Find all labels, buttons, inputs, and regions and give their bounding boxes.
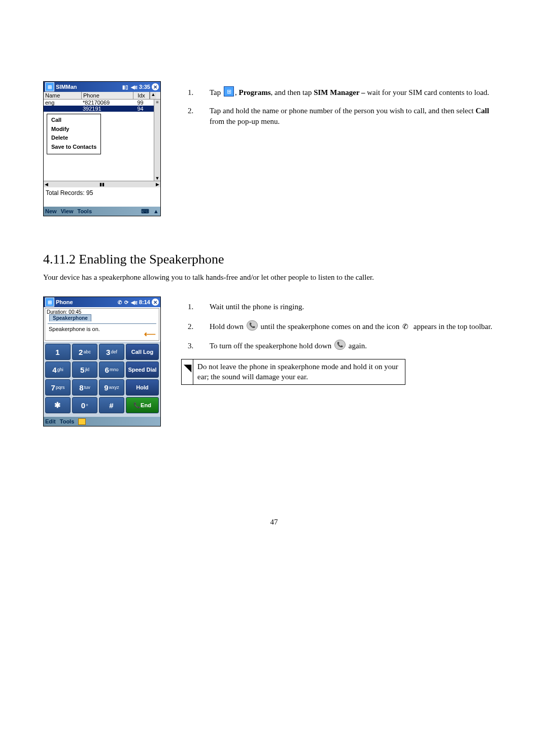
simman-steps: Tap ⊞, Programs, and then tap SIM Manage… (181, 86, 505, 126)
scrollbar-horiz: ◀▮▮▶ (44, 181, 160, 187)
section-intro: Your device has a speakerphone allowing … (43, 272, 505, 282)
phone-info-panel: Duration: 00:45 Speakerphone Speakerphon… (45, 308, 159, 341)
key-2: 2abc (72, 344, 97, 360)
keyboard-icon: ⌨ (141, 208, 149, 215)
menu-item-modify: Modify (51, 125, 96, 134)
sync-icon: ⟳ (124, 300, 128, 305)
scroll-left-icon: ◀ (45, 182, 48, 187)
speakerphone-tab: Speakerphone (49, 314, 91, 321)
key-1: 1 (45, 344, 71, 360)
warning-box: ◥ Do not leave the phone in speakerphone… (181, 359, 405, 385)
col-phone: Phone (82, 92, 133, 99)
menu-tools: Tools (78, 208, 92, 214)
speakerphone-icon: ✆ (118, 300, 122, 305)
menu-edit: Edit (45, 418, 56, 424)
hold-button: Hold (126, 379, 159, 396)
simman-titlebar: ⊞ SIMMan ▮▯ ◀ᴇ 3:35 ✕ (44, 82, 160, 92)
col-idx: Idx (133, 92, 150, 99)
menu-view: View (61, 208, 74, 214)
col-name: Name (44, 92, 82, 99)
phone-title: Phone (56, 299, 115, 305)
menu-item-save: Save to Contacts (51, 143, 96, 152)
status-records: Total Records: 95 (44, 187, 160, 207)
speaker-icon: ◀ᴇ (131, 300, 138, 305)
menu-tools: Tools (60, 418, 75, 424)
key-8: 8tuv (72, 379, 97, 396)
step-1: Wait until the phone is ringing. (195, 302, 505, 312)
key-6: 6mno (99, 361, 124, 378)
talk-button-icon: 📞 (247, 320, 258, 331)
step-2: Tap and hold the name or phone number of… (195, 106, 505, 126)
speakerphone-steps: Wait until the phone is ringing. Hold do… (181, 302, 505, 351)
key-5: 5jkl (72, 361, 97, 378)
key-0: 0+ (72, 397, 97, 413)
up-icon: ▲ (153, 208, 159, 214)
table-row: eng *82170069 99 (44, 100, 154, 106)
warning-icon: ◥ (182, 359, 193, 384)
call-log-button: Call Log (126, 344, 159, 360)
clock: 8:14 (139, 299, 150, 305)
table-row-selected: 392191 94 (44, 106, 154, 112)
section-heading: 4.11.2 Enabling the Speakerphone (43, 252, 505, 267)
dialpad: 1 2abc 3def Call Log 4ghi 5jkl 6mno Spee… (44, 342, 160, 417)
menu-new: New (45, 208, 57, 214)
talk-button-icon: 📞 (334, 340, 346, 350)
key-9: 9wxyz (99, 379, 124, 396)
start-flag-icon: ⊞ (45, 82, 54, 91)
key-3: 3def (99, 344, 124, 360)
key-4: 4ghi (45, 361, 71, 378)
key-star: ✱ (45, 397, 71, 413)
scroll-right-icon: ▶ (156, 182, 159, 187)
phone-screenshot: ⊞ Phone ✆ ⟳ ◀ᴇ 8:14 ✕ Duration: 00:45 Sp… (43, 297, 161, 426)
simman-title: SIMMan (56, 84, 120, 90)
warning-text: Do not leave the phone in speakerphone m… (193, 359, 405, 384)
note-icon (78, 418, 86, 425)
simman-screenshot: ⊞ SIMMan ▮▯ ◀ᴇ 3:35 ✕ Name Phone Idx ▲ e… (43, 81, 161, 216)
simman-bottombar: New View Tools ⌨ ▲ (44, 207, 160, 216)
phone-titlebar: ⊞ Phone ✆ ⟳ ◀ᴇ 8:14 ✕ (44, 297, 160, 307)
clock: 3:35 (139, 84, 150, 90)
scrollbar-vert: ≡▼ (154, 100, 160, 181)
menu-item-delete: Delete (51, 134, 96, 143)
page-number: 47 (43, 518, 505, 527)
context-menu: Call Modify Delete Save to Contacts (47, 114, 101, 154)
scrollbar-up-icon: ▲ (150, 92, 156, 99)
speakerphone-icon (402, 323, 410, 331)
end-button: 📞 End (126, 397, 159, 413)
speakerphone-msg: Speakerphone is on. (48, 323, 156, 332)
backspace-icon: ⟵ (144, 329, 156, 339)
key-hash: # (99, 397, 124, 413)
simman-table-header: Name Phone Idx ▲ (44, 92, 160, 100)
signal-icon: ▮▯ (122, 84, 128, 90)
start-flag-icon: ⊞ (224, 86, 234, 96)
step-1: Tap ⊞, Programs, and then tap SIM Manage… (195, 86, 505, 97)
step-3: To turn off the speakerphone hold down 📞… (195, 340, 505, 351)
step-2: Hold down 📞 until the speakerphone comes… (195, 320, 505, 332)
key-7: 7pqrs (45, 379, 71, 396)
start-flag-icon: ⊞ (45, 298, 54, 307)
phone-bottombar: Edit Tools (44, 417, 160, 426)
speaker-icon: ◀ᴇ (131, 84, 138, 90)
menu-item-call: Call (51, 116, 96, 125)
scrollbar-down-icon: ▼ (154, 176, 160, 181)
close-icon: ✕ (152, 299, 159, 306)
close-icon: ✕ (152, 83, 159, 90)
speed-dial-button: Speed Dial (126, 361, 159, 378)
